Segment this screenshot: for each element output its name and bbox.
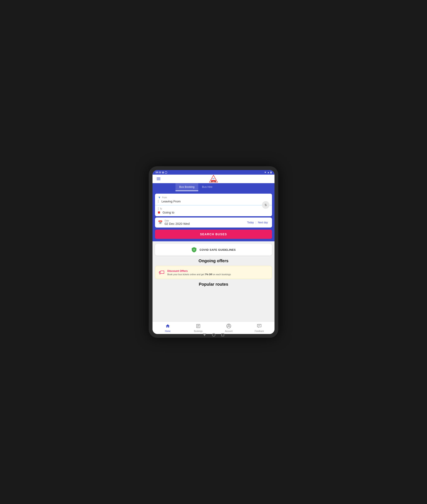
search-section: ▼ From Leaving From ⇅ (152, 191, 274, 241)
battery-icon: ▮ (270, 171, 272, 174)
to-value: Going to (162, 211, 175, 214)
app-logo: ST (209, 174, 218, 183)
covid-text: COVID SAFE GUIDELINES (199, 248, 236, 251)
offer-desc-suffix: on each bookings (212, 273, 231, 276)
from-row: Leaving From (158, 199, 269, 203)
date-label: Date (165, 220, 190, 222)
offer-tag-icon: 🏷 (159, 269, 164, 276)
content-area: + COVID SAFE GUIDELINES Ongoing offers 🏷… (152, 241, 274, 322)
hamburger-line-3 (157, 180, 160, 180)
nav-item-feedback[interactable]: Feedback (244, 323, 274, 333)
notification-icon: ◯ (165, 171, 167, 174)
today-button[interactable]: Today (246, 221, 255, 224)
svg-text:ST: ST (213, 178, 214, 180)
ongoing-offers-title: Ongoing offers (155, 259, 272, 263)
logo-svg: ST (209, 174, 218, 183)
from-label: ▼ From (158, 196, 269, 199)
svg-rect-12 (257, 324, 261, 327)
nav-item-bookings[interactable]: Bookings (183, 323, 214, 333)
next-day-button[interactable]: Next day (257, 221, 269, 224)
bottom-nav: Home Bookings (152, 322, 274, 334)
signal-icon: ▲ (267, 171, 269, 173)
to-label: To (158, 207, 269, 210)
from-value: Leaving From (160, 199, 181, 203)
device-nav-buttons (203, 333, 224, 337)
tab-bus-booking[interactable]: Bus Booking (175, 183, 198, 191)
covid-banner[interactable]: + COVID SAFE GUIDELINES (155, 244, 272, 256)
back-button[interactable] (203, 334, 206, 336)
tab-bus-hire[interactable]: Bus Hire (198, 183, 216, 191)
feedback-icon (257, 324, 261, 329)
device-screen: 10:12 ▮ ◯ ▼ ▲ ▮ ST (152, 170, 274, 334)
app-header: ST (152, 175, 274, 183)
status-bar: 10:12 ▮ ◯ ▼ ▲ ▮ (152, 170, 274, 175)
from-to-container: ▼ From Leaving From ⇅ (155, 194, 272, 216)
date-left: 📅 Date 02 Dec 2020 Wed (158, 220, 190, 225)
nav-item-home[interactable]: Home (152, 323, 183, 333)
discount-offer-card: 🏷 Discount Offers Book your bus tickets … (155, 266, 272, 279)
covid-shield-icon: + (191, 247, 197, 253)
search-buses-button[interactable]: SEARCH BUSES (155, 230, 272, 239)
popular-routes-title: Popular routes (155, 282, 272, 287)
calendar-icon: 📅 (158, 220, 162, 225)
date-field[interactable]: 📅 Date 02 Dec 2020 Wed Today | Next day (155, 218, 272, 228)
date-value: 02 Dec 2020 Wed (165, 222, 190, 225)
to-dot-icon (158, 212, 160, 213)
offer-details: Discount Offers Book your bus tickets on… (167, 269, 231, 276)
nav-home-label: Home (165, 330, 171, 332)
home-button[interactable] (212, 333, 215, 337)
offer-description: Book your bus tickets online and get 7% … (167, 273, 231, 276)
from-field[interactable]: ▼ From Leaving From (155, 194, 272, 205)
status-time: 10:12 (155, 171, 161, 173)
status-right: ▼ ▲ ▮ (264, 171, 272, 174)
wifi-icon: ▼ (264, 171, 266, 173)
hamburger-line-1 (157, 178, 160, 178)
hamburger-menu-button[interactable] (156, 177, 161, 181)
to-dots-icon (158, 207, 159, 210)
nav-item-account[interactable]: Account (214, 323, 244, 333)
device-frame: 10:12 ▮ ◯ ▼ ▲ ▮ ST (149, 166, 278, 338)
date-separator: | (255, 221, 256, 224)
nav-account-label: Account (225, 330, 233, 332)
offer-discount: 7% Off (205, 273, 212, 276)
swap-button[interactable]: ⇅ (262, 201, 269, 209)
svg-point-10 (228, 324, 229, 326)
hamburger-line-2 (157, 179, 160, 179)
bookings-icon (196, 324, 200, 329)
offer-desc-prefix: Book your bus tickets online and get (167, 273, 205, 276)
account-icon (227, 324, 231, 329)
nav-bookings-label: Bookings (194, 330, 202, 332)
from-arrow-icon: ▼ (158, 196, 161, 199)
recent-button[interactable] (221, 333, 224, 336)
sim-icon: ▮ (162, 171, 164, 174)
date-actions: Today | Next day (246, 221, 269, 224)
svg-text:+: + (193, 248, 195, 251)
offer-title: Discount Offers (167, 269, 231, 273)
svg-point-4 (215, 181, 216, 182)
tabs-bar: Bus Booking Bus Hire (152, 183, 274, 191)
from-dots-icon (158, 200, 159, 203)
status-left: 10:12 ▮ ◯ (155, 171, 167, 174)
home-icon (166, 324, 170, 329)
to-field[interactable]: To Going to (155, 205, 272, 216)
to-row: Going to (158, 211, 269, 214)
nav-feedback-label: Feedback (255, 330, 264, 332)
date-info: Date 02 Dec 2020 Wed (165, 220, 190, 225)
svg-point-3 (211, 181, 212, 182)
